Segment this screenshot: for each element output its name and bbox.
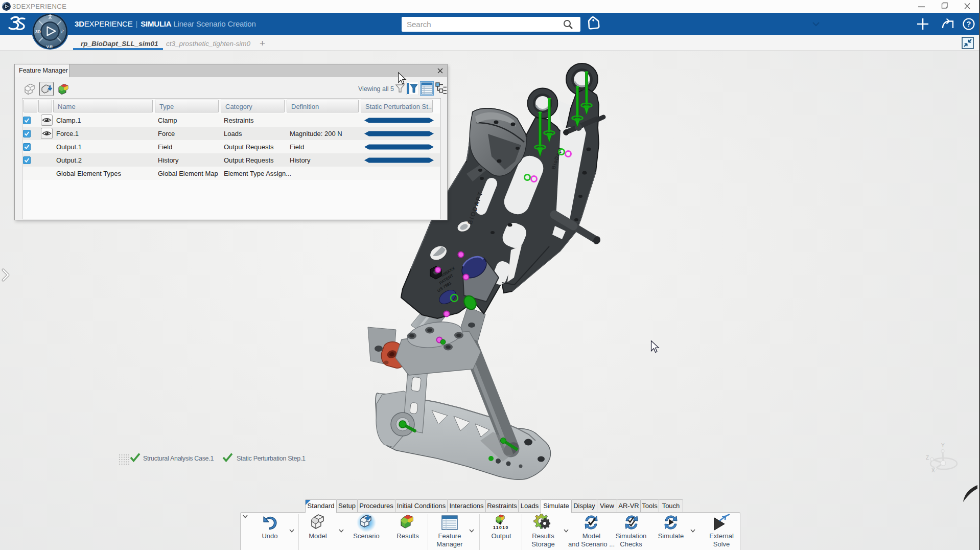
- svg-text:3D: 3D: [35, 29, 41, 34]
- svg-text:V.R: V.R: [46, 44, 53, 49]
- svg-text:Z: Z: [926, 455, 929, 461]
- svg-text:11010: 11010: [493, 525, 509, 530]
- svg-text:Static Perturbation Step.1: Static Perturbation Step.1: [237, 455, 306, 462]
- svg-text:Y: Y: [941, 443, 945, 448]
- svg-text:Structural Analysis Case.1: Structural Analysis Case.1: [143, 455, 214, 462]
- svg-text:?: ?: [967, 20, 971, 28]
- svg-text:X: X: [931, 468, 935, 473]
